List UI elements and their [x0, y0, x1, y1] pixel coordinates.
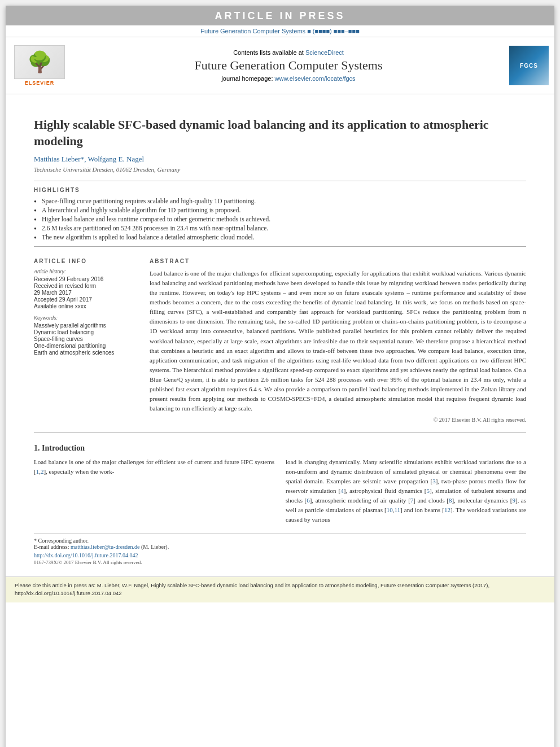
keyword-item: Earth and atmospheric sciences	[34, 350, 138, 356]
abstract-col: ABSTRACT Load balance is one of the majo…	[150, 252, 526, 423]
two-col-section: ARTICLE INFO Article history: Received 2…	[34, 252, 526, 423]
intro-col-left: Load balance is one of the major challen…	[34, 457, 274, 525]
ref-8[interactable]: 8	[449, 497, 452, 504]
doi-line: http://dx.doi.org/10.1016/j.future.2017.…	[34, 552, 526, 558]
footnote-area: * Corresponding author. E-mail address: …	[34, 534, 526, 565]
intro-number: 1.	[34, 444, 40, 452]
introduction-section: 1. Introduction Load balance is one of t…	[34, 444, 526, 525]
journal-homepage: journal homepage: www.elsevier.com/locat…	[85, 75, 492, 82]
fgcs-box-image: FGCS	[509, 46, 549, 85]
aip-banner: ARTICLE IN PRESS	[6, 6, 554, 25]
highlight-item: Higher load balance and less runtime com…	[34, 216, 526, 222]
header-center: Contents lists available at ScienceDirec…	[73, 47, 504, 84]
ref-9[interactable]: 9	[512, 497, 515, 504]
ref-11[interactable]: 11	[394, 506, 400, 513]
elsevier-logo-image: 🌳	[14, 45, 65, 79]
intro-para-right: load is changing dynamically. Many scien…	[286, 457, 526, 525]
highlight-item: Space-filling curve partitioning require…	[34, 198, 526, 204]
revised-label: Received in revised form	[34, 283, 138, 289]
ref-10[interactable]: 10	[387, 506, 393, 513]
highlights-header: HIGHLIGHTS	[34, 187, 526, 193]
keyword-item: Massively parallel algorithms	[34, 322, 138, 329]
copyright-line: © 2017 Elsevier B.V. All rights reserved…	[150, 417, 526, 423]
highlight-item: 2.6 M tasks are partitioned on 524 288 p…	[34, 225, 526, 231]
article-info-content: Article history: Received 29 February 20…	[34, 269, 138, 356]
license-line: 0167-739X/© 2017 Elsevier B.V. All right…	[34, 560, 526, 565]
homepage-label: journal homepage:	[221, 75, 273, 82]
ref-2[interactable]: 2	[41, 468, 44, 475]
journal-line-link[interactable]: Future Generation Computer Systems ■ (■■…	[200, 28, 360, 34]
divider-2	[34, 246, 526, 247]
article-title: Highly scalable SFC-based dynamic load b…	[34, 117, 526, 149]
ref-4[interactable]: 4	[340, 487, 344, 494]
intro-para-left: Load balance is one of the major challen…	[34, 457, 274, 477]
ref-1[interactable]: 1	[36, 468, 40, 475]
history-label: Article history:	[34, 269, 138, 274]
intro-title: 1. Introduction	[34, 444, 526, 453]
main-content: Highly scalable SFC-based dynamic load b…	[6, 94, 554, 565]
intro-two-col: Load balance is one of the major challen…	[34, 457, 526, 525]
article-info-header: ARTICLE INFO	[34, 258, 138, 264]
ref-7[interactable]: 7	[410, 497, 414, 504]
doi-link[interactable]: http://dx.doi.org/10.1016/j.future.2017.…	[34, 552, 138, 558]
available-online: Available online xxxx	[34, 303, 138, 309]
corresponding-author-label: * Corresponding author.	[34, 538, 526, 544]
elsevier-brand-text: ELSEVIER	[25, 80, 55, 86]
email-label: E-mail address:	[34, 544, 69, 550]
header-row: 🌳 ELSEVIER Contents lists available at S…	[6, 37, 554, 94]
intro-heading: Introduction	[42, 444, 85, 452]
keyword-item: One-dimensional partitioning	[34, 343, 138, 349]
abstract-text: Load balance is one of the major challen…	[150, 269, 526, 413]
ref-6[interactable]: 6	[307, 497, 310, 504]
fgcs-logo: FGCS	[504, 43, 554, 88]
sciencedirect-link[interactable]: ScienceDirect	[305, 49, 344, 56]
received-date: Received 29 February 2016	[34, 276, 138, 282]
contents-line: Contents lists available at ScienceDirec…	[85, 49, 492, 56]
highlight-item: A hierarchical and highly scalable algor…	[34, 207, 526, 213]
bottom-notice: Please cite this article in press as: M.…	[6, 576, 554, 602]
keywords-header: Keywords:	[34, 315, 138, 321]
email-suffix: (M. Lieber).	[141, 544, 169, 550]
accepted-date: Accepted 29 April 2017	[34, 296, 138, 303]
bottom-notice-text: Please cite this article in press as: M.…	[15, 582, 489, 596]
keyword-item: Space-filling curves	[34, 336, 138, 342]
ref-3[interactable]: 3	[432, 478, 436, 484]
email-link[interactable]: matthias.lieber@tu-dresden.de	[71, 544, 140, 550]
ref-12[interactable]: 12	[444, 506, 450, 513]
homepage-link[interactable]: www.elsevier.com/locate/fgcs	[275, 75, 356, 82]
page: ARTICLE IN PRESS Future Generation Compu…	[6, 6, 554, 747]
email-line: E-mail address: matthias.lieber@tu-dresd…	[34, 544, 526, 550]
ref-5[interactable]: 5	[427, 487, 430, 494]
elsevier-logo: 🌳 ELSEVIER	[6, 42, 73, 89]
contents-label: Contents lists available at	[233, 49, 304, 56]
authors: Matthias Lieber*, Wolfgang E. Nagel	[34, 155, 526, 164]
divider-3	[34, 432, 526, 433]
journal-title: Future Generation Computer Systems	[85, 58, 492, 73]
keywords-section: Keywords: Massively parallel algorithms …	[34, 315, 138, 356]
journal-line: Future Generation Computer Systems ■ (■■…	[6, 25, 554, 37]
intro-col-right: load is changing dynamically. Many scien…	[286, 457, 526, 525]
highlights-list: Space-filling curve partitioning require…	[34, 198, 526, 241]
article-info-col: ARTICLE INFO Article history: Received 2…	[34, 252, 138, 423]
affiliation: Technische Universität Dresden, 01062 Dr…	[34, 166, 526, 173]
highlight-item: The new algorithm is applied to load bal…	[34, 234, 526, 241]
revised-date: 29 March 2017	[34, 290, 138, 296]
aip-banner-text: ARTICLE IN PRESS	[215, 10, 345, 21]
keyword-item: Dynamic load balancing	[34, 329, 138, 335]
divider-1	[34, 181, 526, 181]
corresponding-label: * Corresponding author.	[34, 538, 89, 544]
abstract-header: ABSTRACT	[150, 258, 526, 264]
